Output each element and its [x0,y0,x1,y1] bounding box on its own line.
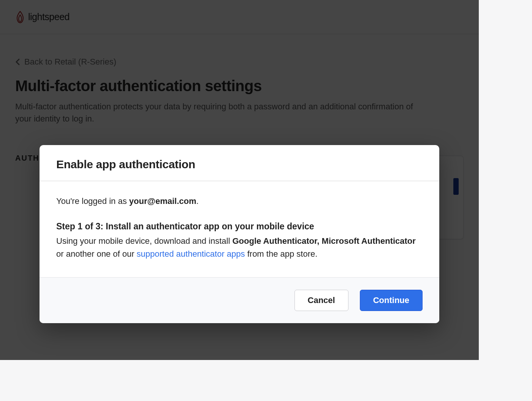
step-title: Step 1 of 3: Install an authenticator ap… [56,221,423,232]
modal-header: Enable app authentication [40,145,439,181]
modal-title: Enable app authentication [56,158,423,171]
modal-body: You're logged in as your@email.com. Step… [40,181,439,277]
logged-in-text: You're logged in as your@email.com. [56,196,423,206]
enable-app-auth-modal: Enable app authentication You're logged … [40,145,439,323]
cancel-button[interactable]: Cancel [294,290,348,311]
logged-in-prefix: You're logged in as [56,196,129,206]
step-desc-prefix: Using your mobile device, download and i… [56,236,232,246]
logged-in-email: your@email.com [129,196,196,206]
logged-in-suffix: . [196,196,199,206]
step-desc-mid: or another one of our [56,249,137,259]
modal-footer: Cancel Continue [40,277,439,323]
step-desc-bold: Google Authenticator, Microsoft Authenti… [232,236,415,246]
supported-apps-link[interactable]: supported authenticator apps [137,249,245,259]
step-description: Using your mobile device, download and i… [56,235,423,260]
continue-button[interactable]: Continue [360,290,423,311]
step-desc-suffix: from the app store. [245,249,318,259]
